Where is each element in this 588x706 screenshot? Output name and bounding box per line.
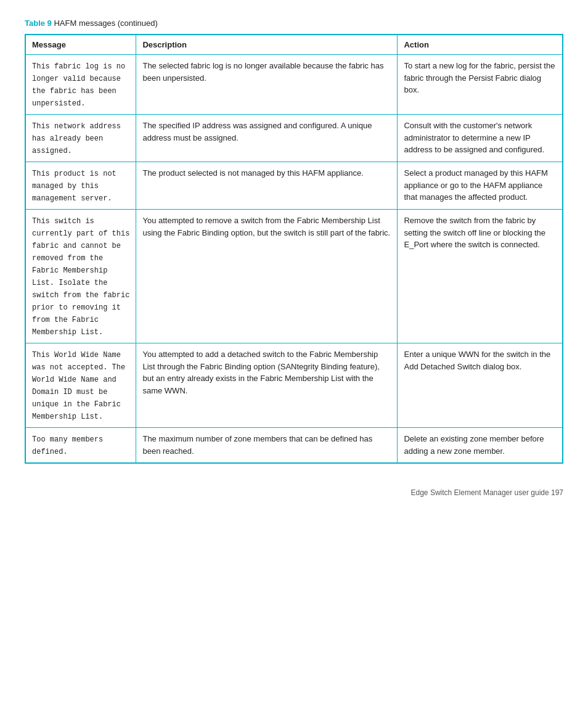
cell-message: Too many members defined. [25,428,136,464]
col-header-action: Action [398,35,563,55]
cell-action: To start a new log for the fabric, persi… [398,55,563,115]
table-row: This World Wide Name was not accepted. T… [25,343,563,428]
table-row: Too many members defined.The maximum num… [25,428,563,464]
table-label: Table 9 [25,18,52,28]
hafm-messages-table: Message Description Action This fabric l… [25,34,563,464]
col-header-message: Message [25,35,136,55]
table-row: This fabric log is no longer valid becau… [25,55,563,115]
cell-action: Enter a unique WWN for the switch in the… [398,343,563,428]
cell-description: The selected fabric log is no longer ava… [136,55,398,115]
col-header-description: Description [136,35,398,55]
cell-message: This switch is currently part of this fa… [25,210,136,343]
cell-message: This fabric log is no longer valid becau… [25,55,136,115]
cell-message: This network address has already been as… [25,115,136,162]
table-row: This product is not managed by this mana… [25,162,563,210]
cell-description: You attempted to add a detached switch t… [136,343,398,428]
table-row: This network address has already been as… [25,115,563,162]
cell-description: The specified IP address was assigned an… [136,115,398,162]
footer-text: Edge Switch Element Manager user guide 1… [411,488,563,497]
cell-description: You attempted to remove a switch from th… [136,210,398,343]
cell-action: Delete an existing zone member before ad… [398,428,563,464]
table-caption: Table 9 HAFM messages (continued) [25,18,563,28]
cell-action: Consult with the customer's network admi… [398,115,563,162]
cell-message: This product is not managed by this mana… [25,162,136,210]
cell-description: The product selected is not managed by t… [136,162,398,210]
cell-message: This World Wide Name was not accepted. T… [25,343,136,428]
page-footer: Edge Switch Element Manager user guide 1… [25,488,563,497]
table-row: This switch is currently part of this fa… [25,210,563,343]
cell-description: The maximum number of zone members that … [136,428,398,464]
table-title: HAFM messages (continued) [54,18,157,28]
cell-action: Select a product managed by this HAFM ap… [398,162,563,210]
table-header-row: Message Description Action [25,35,563,55]
cell-action: Remove the switch from the fabric by set… [398,210,563,343]
